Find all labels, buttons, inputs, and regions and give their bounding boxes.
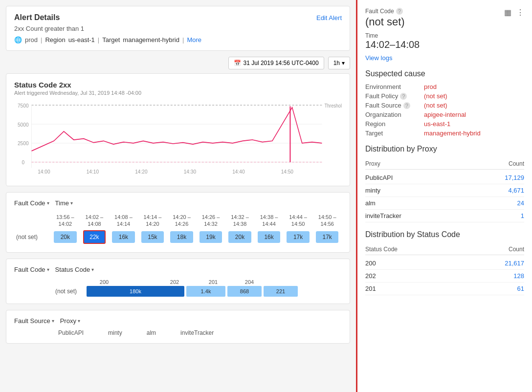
fp-val: (not set) (424, 92, 447, 100)
chart-subtitle: Alert triggered Wednesday, Jul 31, 2019 … (14, 90, 342, 96)
fault-source-col-header[interactable]: Fault Source ▾ (14, 317, 54, 325)
fc-th-label (14, 213, 51, 229)
date-button[interactable]: 📅 31 Jul 2019 14:56 UTC-0400 (228, 57, 324, 69)
fault-code-section: ▦ ⋮ Fault Code ? (not set) Time 14:02–14… (365, 8, 524, 62)
status-count-0: 21,617 (505, 260, 524, 267)
th-1426: 14:26 –14:32 (196, 213, 225, 229)
fs-help-icon[interactable]: ? (403, 102, 410, 109)
env-key: Environment (365, 83, 424, 90)
fault-code-col-header[interactable]: Fault Code ▾ (14, 199, 49, 207)
suspected-cause-fields: Environment prod Fault Policy ? (not set… (365, 83, 524, 137)
cell-8[interactable]: 17k (284, 229, 313, 245)
bar-201: 868 (227, 286, 262, 297)
th-1402: 14:02 –14:08 (80, 213, 109, 229)
org-key: Organization (365, 111, 424, 118)
edit-alert-link[interactable]: Edit Alert (316, 14, 342, 22)
time-right-range: 14:02–14:08 (365, 39, 524, 50)
th-1414: 14:14 –14:20 (138, 213, 167, 229)
cell-6[interactable]: 20k (225, 229, 255, 245)
cell-2[interactable]: 16k (109, 229, 138, 245)
svg-text:7500: 7500 (18, 102, 29, 109)
fault-code-help-icon[interactable]: ? (396, 8, 403, 15)
field-target: Target management-hybrid (365, 130, 524, 137)
sc-header-201: 201 (196, 279, 230, 285)
field-region: Region us-east-1 (365, 120, 524, 128)
chart-area: 7500 5000 2500 0 Threshold 1 (14, 101, 342, 179)
th-1356: 13:56 –14:02 (51, 213, 80, 229)
cell-9[interactable]: 17k (312, 229, 342, 245)
sc-header-200: 200 (55, 279, 153, 285)
more-options-icon[interactable]: ⋮ (516, 8, 524, 17)
svg-text:0: 0 (22, 159, 24, 166)
fault-code2-label: Fault Code (14, 266, 45, 273)
status-cols-wrap: 200 202 201 204 (not set) 180k 1.4k 868 … (55, 279, 342, 297)
th-1408: 14:08 –14:14 (109, 213, 138, 229)
cell-0[interactable]: 20k (51, 229, 80, 245)
fs-key: Fault Source ? (365, 102, 424, 109)
svg-text:5000: 5000 (18, 121, 29, 128)
th-1438: 14:38 –14:44 (254, 213, 284, 229)
bar-row-label: (not set) (55, 288, 85, 295)
svg-text:14:50: 14:50 (281, 168, 293, 174)
env-value: prod (25, 36, 38, 44)
cell-3[interactable]: 15k (138, 229, 167, 245)
fault-code-arrow: ▾ (47, 200, 49, 206)
table-row: (not set) 20k 22k 16k 15k 18k 19k 20k 16… (14, 229, 342, 245)
bar-chart-icon[interactable]: ▦ (504, 8, 511, 17)
svg-text:14:20: 14:20 (135, 168, 147, 174)
cell-5[interactable]: 19k (196, 229, 225, 245)
fault-code-right-label: Fault Code ? (365, 8, 504, 15)
sc-header-202: 202 (155, 279, 194, 285)
alert-meta: 🌐 prod | Region us-east-1 | Target manag… (14, 36, 342, 44)
field-organization: Organization apigee-internal (365, 111, 524, 118)
proxy-count-1: 4,671 (508, 187, 524, 194)
fault-source-label: Fault Source (14, 317, 50, 325)
row-label-notset: (not set) (14, 229, 51, 245)
fault-source-header: Fault Source ▾ Proxy ▾ (14, 317, 342, 325)
target-label: Target (102, 36, 120, 44)
view-logs-link[interactable]: View logs (365, 54, 392, 62)
calendar-icon: 📅 (234, 60, 241, 66)
dist-status-col2: Count (509, 246, 524, 253)
proxy-col-header[interactable]: Proxy ▾ (60, 317, 80, 325)
time-range-button[interactable]: 1h ▾ (328, 57, 350, 69)
cell-4[interactable]: 18k (167, 229, 197, 245)
proxy-name-2: alm (365, 199, 376, 207)
suspected-cause-title: Suspected cause (365, 69, 524, 78)
proxy-col-alm: alm (147, 329, 156, 336)
field-fault-policy: Fault Policy ? (not set) (365, 92, 524, 100)
svg-text:2500: 2500 (18, 140, 29, 147)
tgt-val: management-hybrid (424, 130, 481, 137)
field-environment: Environment prod (365, 83, 524, 90)
fp-help-icon[interactable]: ? (400, 93, 407, 100)
dist-status-col1: Status Code (365, 246, 398, 253)
proxy-count-2: 24 (517, 199, 524, 207)
status-bar-area: 200 202 201 204 (not set) 180k 1.4k 868 … (14, 279, 342, 297)
status-col-headers-row: 200 202 201 204 (55, 279, 342, 285)
fault-code-status-card: Fault Code ▾ Status Code ▾ 200 202 201 2… (6, 259, 350, 304)
proxy-col-labels: PublicAPI minty alm inviteTracker (58, 329, 342, 336)
globe-icon: 🌐 (14, 36, 22, 44)
bar-202: 1.4k (186, 286, 225, 297)
dist-status-row-0: 200 21,617 (365, 257, 524, 270)
reg-val: us-east-1 (424, 120, 450, 128)
fault-code-col2-header[interactable]: Fault Code ▾ (14, 266, 49, 273)
proxy-count-3: 1 (521, 212, 524, 219)
dist-proxy-row-1: minty 4,671 (365, 184, 524, 197)
fs-arrow: ▾ (52, 318, 54, 324)
env-val: prod (424, 83, 437, 90)
region-label: Region (45, 36, 65, 44)
more-link[interactable]: More (187, 36, 201, 44)
svg-text:14:40: 14:40 (232, 168, 244, 174)
dist-proxy-col2: Count (509, 160, 524, 167)
cell-1[interactable]: 22k (80, 229, 109, 245)
status-count-1: 128 (513, 272, 524, 280)
svg-text:14:30: 14:30 (184, 168, 196, 174)
fault-code-time-card: Fault Code ▾ Time ▾ 13:56 –14:02 14:02 –… (6, 192, 350, 253)
proxy-arrow: ▾ (78, 318, 80, 324)
time-col-header[interactable]: Time ▾ (55, 199, 73, 207)
status-name-2: 201 (365, 285, 376, 292)
org-val: apigee-internal (424, 111, 466, 118)
status-code-col-header[interactable]: Status Code ▾ (55, 266, 94, 273)
cell-7[interactable]: 16k (254, 229, 284, 245)
